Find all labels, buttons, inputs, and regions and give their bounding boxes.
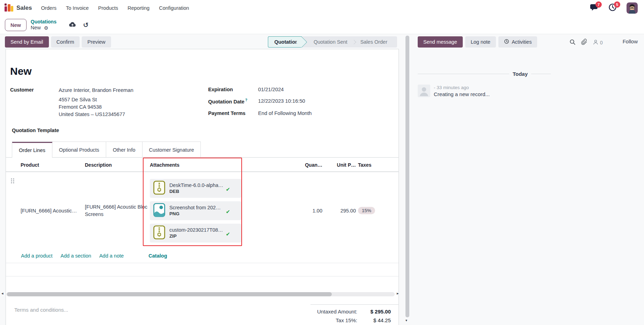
attachments-paperclip-icon[interactable] <box>581 38 587 46</box>
tab-customer-signature[interactable]: Customer Signature <box>142 142 201 158</box>
col-header-description: Description <box>85 162 150 168</box>
main-menu: Orders To Invoice Products Reporting Con… <box>41 5 189 11</box>
product-cell[interactable]: [FURN_6666] Acoustic… <box>21 208 85 214</box>
followers-button[interactable]: 0 <box>593 39 603 46</box>
expiration-value[interactable]: 01/21/2024 <box>258 87 284 92</box>
payment-terms-label: Payment Terms <box>208 110 258 116</box>
status-step-quotation-sent[interactable]: Quotation Sent <box>309 39 352 45</box>
date-divider: Today <box>418 71 555 77</box>
col-header-unit-price: Unit P… <box>322 162 356 168</box>
hscroll-right-arrow[interactable]: ▸ <box>397 291 399 296</box>
uploaded-check-icon: ✔ <box>226 209 230 215</box>
attachment-card[interactable]: Screenshot from 202… PNG ✔ <box>150 201 241 220</box>
help-icon: ? <box>245 98 247 102</box>
hscroll-left-arrow[interactable]: ◂ <box>1 291 3 296</box>
terms-and-conditions-input[interactable]: Terms and conditions... <box>14 307 68 313</box>
attachment-name: Screenshot from 202… <box>169 205 221 211</box>
attachment-name: custom-20230217T08… <box>169 227 223 233</box>
chatter-actions: Send message Log note Activities <box>418 36 537 48</box>
attachment-type: ZIP <box>169 233 223 239</box>
send-message-button[interactable]: Send message <box>418 36 463 48</box>
messages-badge: 7 <box>595 1 602 8</box>
image-file-icon <box>153 203 165 218</box>
add-a-section-link[interactable]: Add a section <box>60 253 91 259</box>
activities-badge: 5 <box>614 1 620 8</box>
discard-changes-button[interactable]: ↺ <box>83 22 89 28</box>
app-switcher[interactable]: Sales <box>4 3 32 14</box>
breadcrumb: Quotations New ⚙ <box>31 19 57 31</box>
attachment-card[interactable]: DeskTime-6.0.0-alpha… DEB ✔ <box>150 179 241 198</box>
status-step-quotation[interactable]: Quotation <box>268 36 301 48</box>
horizontal-scrollbar[interactable] <box>6 292 395 296</box>
add-a-product-link[interactable]: Add a product <box>21 253 52 259</box>
user-avatar[interactable] <box>627 2 638 14</box>
notebook-tabs: Order Lines Optional Products Other Info… <box>6 142 398 158</box>
breadcrumb-quotations-link[interactable]: Quotations <box>31 19 57 25</box>
horizontal-scrollbar-thumb[interactable] <box>7 292 332 296</box>
vscroll-down-arrow[interactable]: ▾ <box>405 318 407 322</box>
menu-reporting[interactable]: Reporting <box>127 5 149 11</box>
search-messages-icon[interactable] <box>569 39 576 46</box>
vertical-scrollbar-thumb[interactable] <box>405 36 409 317</box>
add-a-note-link[interactable]: Add a note <box>99 253 124 259</box>
order-lines-header: Product Description Attachments Quan… Un… <box>6 158 398 172</box>
quotation-template-label: Quotation Template <box>12 128 59 133</box>
customer-name-link[interactable]: Azure Interior, Brandon Freeman <box>59 87 133 94</box>
taxes-badge[interactable]: 15% <box>358 207 375 214</box>
content-area: Send by Email Confirm Preview Quotation … <box>0 35 644 325</box>
uploaded-check-icon: ✔ <box>226 231 230 237</box>
customer-city: Fremont CA 94538 <box>59 103 133 111</box>
message-timestamp: - 33 minutes ago <box>434 85 490 90</box>
messages-button[interactable]: 7 <box>590 3 599 13</box>
odoo-sales-window: Sales Orders To Invoice Products Reporti… <box>0 0 644 325</box>
send-by-email-button[interactable]: Send by Email <box>5 36 49 48</box>
save-record-button[interactable] <box>68 21 76 29</box>
log-note-button[interactable]: Log note <box>465 36 496 48</box>
gear-icon[interactable]: ⚙ <box>44 25 49 31</box>
sales-app-icon <box>4 3 14 14</box>
attachment-card[interactable]: custom-20230217T08… ZIP ✔ <box>150 224 241 243</box>
menu-configuration[interactable]: Configuration <box>159 5 189 11</box>
customer-street: 4557 De Silva St <box>59 96 133 103</box>
chevron-right-icon <box>352 40 356 44</box>
chatter-message: - 33 minutes ago Creating a new record..… <box>418 85 490 97</box>
menu-products[interactable]: Products <box>98 5 118 11</box>
unit-price-cell[interactable]: 295.00 <box>322 208 356 214</box>
follow-button[interactable]: Follow <box>623 38 638 44</box>
catalog-link[interactable]: Catalog <box>148 253 167 259</box>
customer-widget: Azure Interior, Brandon Freeman 4557 De … <box>59 87 133 118</box>
activities-systray-button[interactable]: 5 <box>608 3 617 13</box>
clock-icon <box>504 39 509 45</box>
untaxed-amount-label: Untaxed Amount: <box>310 309 357 315</box>
tab-order-lines[interactable]: Order Lines <box>12 142 52 158</box>
menu-to-invoice[interactable]: To Invoice <box>66 5 89 11</box>
tab-other-info[interactable]: Other Info <box>106 142 142 158</box>
confirm-button[interactable]: Confirm <box>51 36 80 48</box>
new-record-button[interactable]: New <box>5 19 27 31</box>
navbar-systray: 7 5 <box>590 2 638 14</box>
menu-orders[interactable]: Orders <box>41 5 56 11</box>
attachments-cell: DeskTime-6.0.0-alpha… DEB ✔ <box>150 179 245 243</box>
expiration-label: Expiration <box>208 87 258 92</box>
payment-terms-value[interactable]: End of Following Month <box>258 110 312 116</box>
tab-optional-products[interactable]: Optional Products <box>52 142 106 158</box>
untaxed-amount-value: $ 295.00 <box>357 309 391 315</box>
top-navbar: Sales Orders To Invoice Products Reporti… <box>0 0 644 16</box>
undo-icon: ↺ <box>83 22 89 28</box>
activities-button[interactable]: Activities <box>498 36 537 48</box>
description-cell[interactable]: [FURN_6666] Acoustic Bloc Screens <box>85 203 150 218</box>
tax-label: Tax 15%: <box>310 317 357 323</box>
right-field-group: Expiration 01/21/2024 Quotation Date? 12… <box>208 87 355 122</box>
customer-country: United States – US12345677 <box>59 111 133 118</box>
drag-handle-icon[interactable] <box>10 172 21 185</box>
totals-block: Untaxed Amount: $ 295.00 Tax 15%: $ 44.2… <box>310 304 398 325</box>
preview-button[interactable]: Preview <box>82 36 111 48</box>
vertical-scrollbar[interactable] <box>405 36 409 319</box>
chatter-tools: 0 <box>569 38 603 46</box>
status-step-sales-order[interactable]: Sales Order <box>356 39 391 45</box>
quotation-date-value[interactable]: 12/22/2023 10:16:50 <box>258 98 305 104</box>
empty-line <box>6 263 398 276</box>
quantity-cell[interactable]: 1.00 <box>289 208 322 214</box>
breadcrumb-current: New <box>31 25 41 31</box>
uploaded-check-icon: ✔ <box>226 186 230 193</box>
